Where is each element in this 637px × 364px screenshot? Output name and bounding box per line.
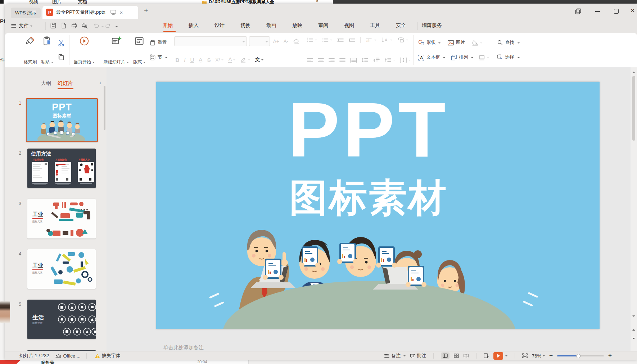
- notes-divider[interactable]: [107, 342, 631, 342]
- new-slide-button[interactable]: 新建幻灯片: [101, 33, 131, 67]
- canvas-scrollbar[interactable]: [631, 67, 637, 351]
- shapes-button[interactable]: 形状: [417, 39, 441, 46]
- slide-thumbnail-4[interactable]: 工业 图标元素: [27, 249, 96, 289]
- menu-transition[interactable]: 切换: [239, 22, 252, 29]
- view-reading-icon[interactable]: [463, 354, 469, 358]
- align-center-icon[interactable]: [318, 58, 324, 63]
- convert-smartart-button[interactable]: [397, 37, 408, 43]
- notes-toggle-button[interactable]: 备注: [384, 352, 406, 359]
- print-icon[interactable]: [71, 22, 78, 29]
- notes-placeholder[interactable]: 单击此处添加备注: [163, 345, 204, 351]
- view-sorter-icon[interactable]: [454, 354, 459, 358]
- close-button[interactable]: ×: [631, 6, 635, 15]
- share-screen-icon[interactable]: [110, 10, 116, 15]
- justify-icon[interactable]: [339, 58, 345, 63]
- new-tab-icon[interactable]: +: [144, 6, 148, 15]
- undo-icon[interactable]: [92, 22, 99, 29]
- menu-insert[interactable]: 插入: [187, 22, 200, 29]
- pinyin-button[interactable]: 文: [255, 56, 263, 63]
- find-button[interactable]: 查找: [497, 39, 520, 46]
- zoom-out-button[interactable]: −: [549, 352, 553, 359]
- zoom-value-button[interactable]: 76%: [532, 353, 545, 359]
- section-button[interactable]: 节: [149, 54, 167, 61]
- line-options-button[interactable]: [385, 58, 395, 63]
- redo-icon[interactable]: [105, 22, 112, 29]
- fill-color-button[interactable]: [471, 40, 482, 46]
- print-preview-icon[interactable]: [81, 22, 88, 29]
- zoom-slider-handle[interactable]: [576, 354, 580, 358]
- slide-thumbnail-5[interactable]: 生活 图标元素: [27, 300, 96, 339]
- font-family-combo[interactable]: [174, 36, 247, 46]
- menu-start[interactable]: 开始: [161, 22, 174, 29]
- text-fit-button[interactable]: [400, 58, 411, 63]
- menu-security[interactable]: 安全: [394, 22, 407, 29]
- maximize-button[interactable]: [614, 9, 619, 14]
- increase-indent-icon[interactable]: [349, 37, 355, 42]
- underline-button[interactable]: U: [190, 57, 194, 63]
- bold-button[interactable]: B: [176, 57, 180, 63]
- distribute-icon[interactable]: [350, 58, 357, 63]
- search-icon[interactable]: [425, 22, 432, 29]
- slide-thumbnail-3[interactable]: 工业 图标元素: [27, 199, 96, 238]
- play-current-button[interactable]: 当页开始: [72, 33, 97, 67]
- paste-button[interactable]: 粘贴: [39, 33, 55, 67]
- text-direction-button[interactable]: ab: [366, 37, 376, 42]
- select-button[interactable]: 选择: [497, 54, 520, 61]
- menu-tools[interactable]: 工具: [369, 22, 381, 29]
- panel-scrollbar[interactable]: [104, 86, 105, 130]
- export-icon[interactable]: [60, 22, 67, 29]
- document-tab[interactable]: P 最全PPT矢量图标.pptx ×: [42, 6, 138, 19]
- explorer-path[interactable]: D:\XDYUM\五套PPT模板典藏大全: [209, 0, 274, 4]
- comments-button[interactable]: 批注: [410, 352, 426, 359]
- scroll-up-icon[interactable]: [632, 70, 635, 73]
- arrange-button[interactable]: 排列: [450, 54, 473, 61]
- zoom-in-button[interactable]: +: [608, 352, 612, 359]
- undo-caret-icon[interactable]: [101, 26, 104, 28]
- copy-icon[interactable]: [56, 53, 66, 62]
- scroll-down-icon[interactable]: [632, 315, 635, 318]
- save-icon[interactable]: [50, 22, 57, 29]
- textbox-button[interactable]: A 文本框: [417, 54, 445, 61]
- line-spacing-icon[interactable]: [362, 58, 369, 63]
- picture-button[interactable]: 图片: [447, 39, 465, 46]
- slide-thumbnail-1-selected[interactable]: PPT 图标素材: [26, 98, 98, 142]
- font-size-combo[interactable]: [249, 36, 270, 46]
- reset-button[interactable]: 重置: [149, 39, 167, 46]
- char-spacing-button[interactable]: A: [199, 56, 202, 63]
- format-painter-button[interactable]: 格式刷: [22, 33, 39, 67]
- scrollbar-thumb[interactable]: [632, 76, 635, 141]
- view-normal-button[interactable]: [441, 352, 449, 359]
- italic-button[interactable]: I: [184, 57, 185, 63]
- superscript-button[interactable]: X²: [215, 57, 223, 63]
- strike-button[interactable]: S: [207, 57, 211, 63]
- panel-collapse-icon[interactable]: ‹: [99, 79, 101, 86]
- app-menu-button[interactable]: WPS 演示: [11, 8, 41, 18]
- tab-outline[interactable]: 大纲: [41, 80, 51, 87]
- office-compat-label[interactable]: Office ...: [63, 353, 80, 359]
- play-settings-icon[interactable]: [484, 353, 489, 358]
- bullet-list-button[interactable]: [307, 37, 317, 42]
- menu-view[interactable]: 视图: [343, 22, 356, 29]
- layout-button[interactable]: 版式: [131, 33, 148, 67]
- cut-icon[interactable]: [56, 38, 66, 48]
- minimize-button[interactable]: [595, 11, 600, 12]
- tab-slides[interactable]: 幻灯片: [58, 80, 73, 87]
- decrease-indent-icon[interactable]: [337, 37, 344, 42]
- slideshow-play-button[interactable]: [493, 352, 503, 360]
- missing-font-label[interactable]: 缺失字体: [102, 352, 121, 359]
- fit-slide-icon[interactable]: [522, 353, 528, 358]
- paragraph-spacing-icon[interactable]: [373, 58, 380, 63]
- menu-review[interactable]: 审阅: [317, 22, 330, 29]
- menu-slideshow[interactable]: 放映: [291, 22, 304, 29]
- decrease-font-button[interactable]: A-: [283, 38, 289, 45]
- file-menu[interactable]: 文件: [11, 22, 32, 30]
- next-slide-icon[interactable]: [632, 338, 635, 341]
- slide-size-button[interactable]: [478, 54, 489, 61]
- window-manage-icon[interactable]: [575, 8, 581, 14]
- font-color-button[interactable]: A: [228, 56, 235, 63]
- slide-canvas[interactable]: PPT 图标素材: [156, 82, 600, 329]
- quickbar-more-caret-icon[interactable]: [116, 26, 118, 28]
- tab-close-icon[interactable]: ×: [120, 9, 123, 15]
- align-left-icon[interactable]: [307, 58, 313, 63]
- vertical-text-button[interactable]: A: [381, 37, 392, 43]
